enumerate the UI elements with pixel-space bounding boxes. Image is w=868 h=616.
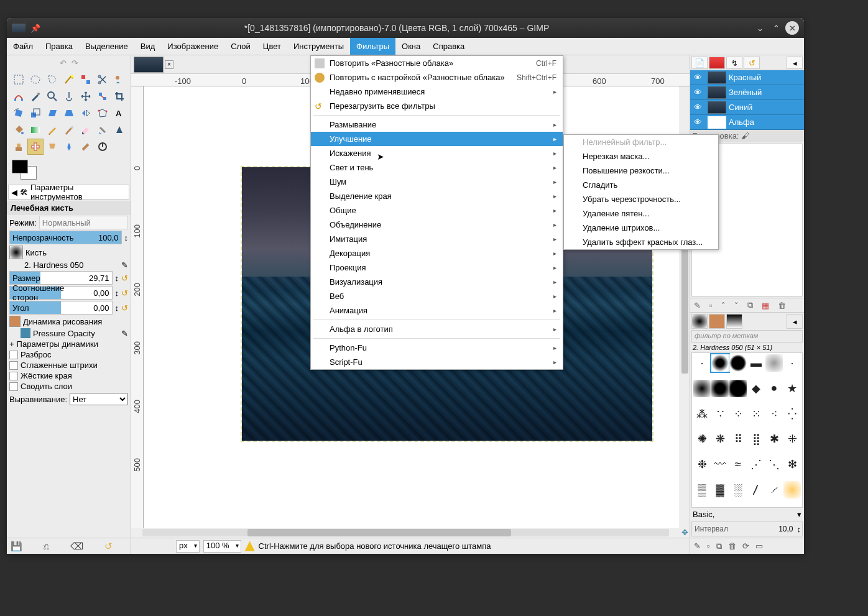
tool-cage[interactable] bbox=[95, 105, 111, 121]
menu-item-animation[interactable]: Анимация▸ bbox=[311, 303, 563, 318]
brush-item[interactable]: ▓ bbox=[711, 481, 729, 499]
brush-item[interactable]: · bbox=[693, 354, 711, 372]
minimize-button[interactable]: ⌄ bbox=[753, 21, 767, 35]
submenu-item-antialias[interactable]: Сгладить bbox=[564, 178, 718, 192]
tool-text[interactable]: A bbox=[111, 105, 127, 121]
tool-blur[interactable] bbox=[61, 139, 77, 155]
patterns-tab-icon[interactable] bbox=[709, 314, 725, 329]
undo-icon[interactable]: ↶ bbox=[60, 58, 67, 68]
flatten-checkbox[interactable] bbox=[9, 382, 18, 391]
menu-item-reset[interactable]: ↺Перезагрузить все фильтры bbox=[311, 99, 563, 113]
gradients-tab-icon[interactable] bbox=[726, 314, 742, 329]
brush-item[interactable]: ★ bbox=[783, 380, 801, 397]
brush-item[interactable] bbox=[693, 380, 711, 397]
tool-free-select[interactable] bbox=[44, 71, 60, 88]
tool-move[interactable] bbox=[78, 88, 94, 104]
tool-shear[interactable] bbox=[44, 105, 60, 121]
visibility-icon[interactable]: 👁 bbox=[690, 88, 705, 97]
tool-paths[interactable] bbox=[11, 88, 27, 104]
redo-icon[interactable]: ↷ bbox=[72, 58, 78, 68]
brush-item[interactable] bbox=[765, 354, 783, 372]
menu-view[interactable]: Вид bbox=[134, 38, 162, 55]
lock-brush-icon[interactable]: 🖌 bbox=[741, 131, 749, 140]
new-icon[interactable]: ▫ bbox=[707, 541, 710, 551]
brush-item[interactable]: ⋰ bbox=[747, 456, 765, 473]
pin-icon[interactable]: 📌 bbox=[30, 24, 40, 33]
edit-icon[interactable]: ✎ bbox=[694, 301, 701, 310]
channels-tab-icon[interactable] bbox=[709, 57, 725, 69]
visibility-icon[interactable]: 👁 bbox=[690, 103, 705, 112]
brush-item[interactable]: ⁜ bbox=[783, 430, 801, 448]
scatter-checkbox[interactable] bbox=[9, 351, 18, 359]
menu-image[interactable]: Изображение bbox=[161, 38, 224, 55]
zoom-combo[interactable]: 100 % bbox=[203, 540, 241, 553]
expand-icon[interactable]: + bbox=[9, 339, 14, 349]
tool-clone[interactable] bbox=[11, 139, 27, 155]
reset-icon[interactable]: ↺ bbox=[121, 303, 128, 313]
mode-combo[interactable]: Нормальный bbox=[39, 216, 128, 229]
visibility-icon[interactable]: 👁 bbox=[690, 117, 705, 127]
open-as-image-icon[interactable]: ▭ bbox=[755, 541, 763, 551]
channel-blue[interactable]: 👁Синий bbox=[690, 100, 804, 115]
tool-flip[interactable] bbox=[78, 105, 94, 121]
brush-item[interactable] bbox=[783, 481, 801, 499]
tool-ink[interactable] bbox=[111, 122, 127, 138]
layers-tab-icon[interactable]: 📄 bbox=[691, 57, 708, 69]
tool-eraser[interactable] bbox=[78, 122, 94, 138]
menu-item-decor[interactable]: Декорация▸ bbox=[311, 246, 563, 260]
tool-foreground-select[interactable] bbox=[111, 71, 127, 88]
menu-item-render[interactable]: Визуализация▸ bbox=[311, 275, 563, 289]
menu-item-repeat[interactable]: Повторить «Разностные облака»Ctrl+F bbox=[311, 56, 563, 70]
undo-tab-icon[interactable]: ↺ bbox=[744, 57, 760, 69]
tool-ellipse-select[interactable] bbox=[27, 71, 44, 88]
hard-checkbox[interactable] bbox=[9, 372, 18, 380]
tool-perspective[interactable] bbox=[61, 105, 77, 121]
menu-windows[interactable]: Окна bbox=[395, 38, 427, 55]
tool-rotate[interactable] bbox=[11, 105, 27, 121]
image-tab[interactable] bbox=[134, 57, 164, 73]
brush-item[interactable]: ⠿ bbox=[729, 430, 747, 448]
brush-thumb[interactable] bbox=[9, 246, 23, 259]
spinner-icon[interactable]: ↕ bbox=[115, 288, 119, 298]
reset-all-icon[interactable]: ↺ bbox=[104, 541, 113, 552]
brush-item[interactable] bbox=[711, 354, 729, 372]
tool-perspective-clone[interactable] bbox=[44, 139, 60, 155]
tool-heal[interactable] bbox=[27, 139, 44, 155]
brush-item[interactable]: ❋ bbox=[711, 430, 729, 448]
delete-icon[interactable]: ⌫ bbox=[70, 541, 83, 552]
brush-item[interactable]: ● bbox=[765, 380, 783, 397]
close-button[interactable]: ✕ bbox=[785, 21, 799, 35]
menu-help[interactable]: Справка bbox=[427, 38, 471, 55]
dyn-params[interactable]: Параметры динамики bbox=[17, 339, 98, 349]
brush-item[interactable]: · bbox=[783, 354, 801, 372]
menu-item-alpha-logo[interactable]: Альфа в логотип▸ bbox=[311, 322, 563, 336]
angle-slider[interactable]: Угол0,00 bbox=[9, 301, 113, 315]
brush-item[interactable]: ✱ bbox=[765, 430, 783, 448]
maximize-button[interactable]: ⌃ bbox=[769, 21, 783, 35]
tool-paintbrush[interactable] bbox=[61, 122, 77, 138]
horizontal-scrollbar[interactable] bbox=[142, 529, 669, 536]
brush-item[interactable] bbox=[711, 380, 729, 397]
menu-item-blur[interactable]: Размывание▸ bbox=[311, 117, 563, 132]
brush-item[interactable]: ⣿ bbox=[747, 430, 765, 448]
tool-pencil[interactable] bbox=[44, 122, 60, 138]
submenu-item-despeckle[interactable]: Удаление пятен... bbox=[564, 206, 718, 221]
brush-item[interactable] bbox=[729, 354, 747, 372]
to-selection-icon[interactable]: ▦ bbox=[762, 301, 769, 310]
save-icon[interactable]: 💾 bbox=[11, 541, 22, 552]
menu-colors[interactable]: Цвет bbox=[257, 38, 287, 55]
spinner-icon[interactable]: ↕ bbox=[115, 303, 119, 313]
menu-item-combine[interactable]: Объединение▸ bbox=[311, 218, 563, 232]
brush-item[interactable]: ❉ bbox=[693, 456, 711, 473]
submenu-item-unsharp[interactable]: Нерезкая маска... bbox=[564, 149, 718, 163]
submenu-item-deinterlace[interactable]: Убрать черезстрочность... bbox=[564, 192, 718, 206]
spinner-icon[interactable]: ↕ bbox=[124, 233, 129, 242]
tab-close-icon[interactable]: × bbox=[165, 60, 173, 69]
ratio-slider[interactable]: Соотношение сторон0,00 bbox=[9, 286, 113, 300]
smooth-checkbox[interactable] bbox=[9, 361, 18, 370]
nav-icon[interactable]: ✥ bbox=[680, 528, 690, 538]
brush-item[interactable]: ⁖ bbox=[765, 405, 783, 423]
menu-filters[interactable]: Фильтры bbox=[350, 38, 395, 55]
lower-icon[interactable]: ˅ bbox=[734, 301, 739, 310]
size-slider[interactable]: Размер29,71 bbox=[9, 271, 113, 285]
